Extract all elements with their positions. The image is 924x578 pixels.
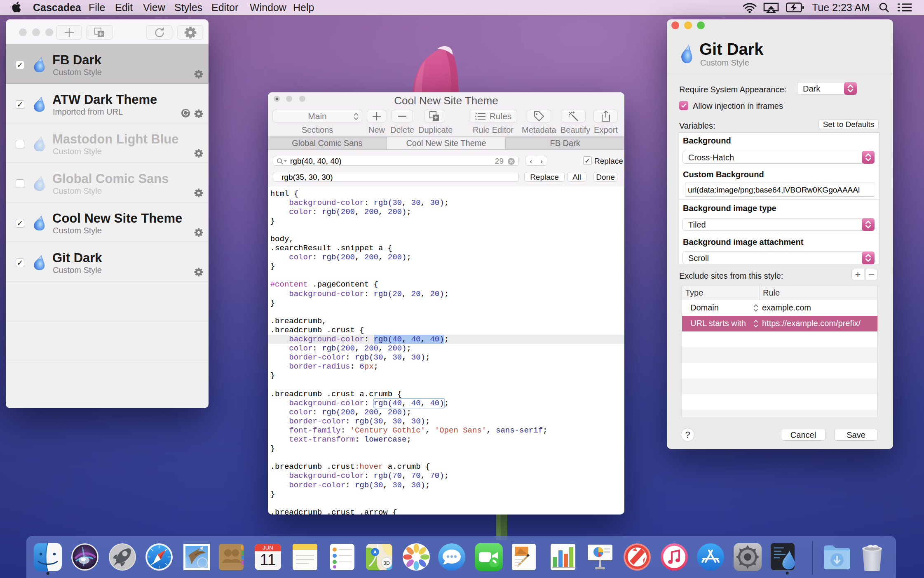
svg-text:11: 11: [260, 551, 276, 569]
svg-text:JUN: JUN: [263, 545, 273, 551]
svg-text:3D: 3D: [383, 560, 390, 566]
